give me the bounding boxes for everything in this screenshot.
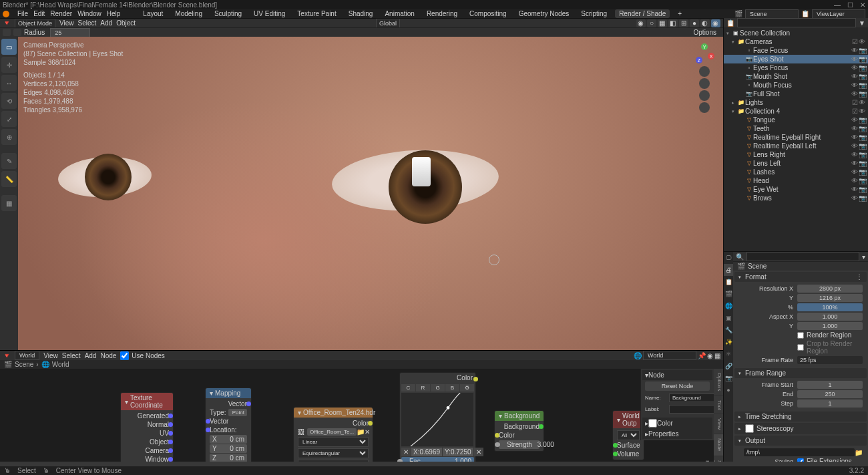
props-search-input[interactable] (746, 252, 859, 261)
menu-file[interactable]: File (17, 10, 28, 17)
ne-overlay-icon[interactable]: ▦ (714, 352, 720, 359)
outliner-row[interactable]: ▽Realtime Eyeball Left👁📷 (724, 142, 868, 150)
use-nodes-checkbox[interactable]: Use Nodes (120, 351, 164, 360)
curve-tab-c[interactable]: C (401, 384, 415, 391)
outliner-row[interactable]: 📷Eyes Shot👁📷 (724, 55, 868, 63)
frame-end-input[interactable]: 250 (797, 390, 863, 398)
outliner-row[interactable]: ▫Mouth Focus👁📷 (724, 81, 868, 90)
shade-rendered-icon[interactable]: ◉ (711, 19, 720, 27)
tab-compositing[interactable]: Compositing (465, 9, 511, 18)
node-world-output[interactable]: ▾World Outp All Surface Volume (612, 410, 644, 460)
res-x-input[interactable]: 2800 px (797, 285, 863, 293)
bc-world[interactable]: World (52, 361, 69, 368)
perspective-icon[interactable] (699, 102, 710, 113)
res-y-input[interactable]: 1216 px (797, 294, 863, 302)
viewport[interactable]: ▭ ✛ ↔ ⟲ ⤢ ⊕ ✎ 📏 ▦ (0, 37, 723, 350)
ptab-render[interactable]: 🖵 (724, 252, 733, 264)
sidetab-view[interactable]: View (714, 414, 723, 434)
curve-tab-b[interactable]: B (445, 384, 459, 391)
overlay-icon[interactable]: ▦ (658, 19, 667, 27)
outliner-row[interactable]: ▽Realtime Eyeball Right👁📷 (724, 133, 868, 142)
orientation-dropdown[interactable]: Global (376, 19, 400, 28)
outliner-row[interactable]: ▾📁Collection 4☑👁 (724, 107, 868, 116)
sidetab-options[interactable]: Options (714, 369, 723, 395)
ptab-viewlayer[interactable]: 📋 (724, 276, 733, 288)
ptab-world[interactable]: 🌐 (724, 300, 733, 312)
tab-sculpting[interactable]: Sculpting (210, 9, 246, 18)
proportional-icon[interactable]: ○ (647, 19, 656, 27)
shade-wireframe-icon[interactable]: ⊞ (679, 19, 688, 27)
node-mapping[interactable]: ▾Mapping Vector Type:Point Vector Locati… (205, 387, 252, 462)
vp-select[interactable]: Select (78, 19, 97, 27)
world-name-input[interactable] (643, 351, 696, 360)
panel-format-header[interactable]: ▾Format⋮ (734, 272, 867, 282)
ptab-data[interactable]: 📷 (724, 372, 733, 384)
node-rgb-curves[interactable]: Color C R G B ⚙ ✕ X:0.6969 Y:0.7250 (399, 372, 476, 462)
tab-geometry-nodes[interactable]: Geometry Nodes (515, 9, 574, 18)
panel-output-header[interactable]: ▾Output (734, 436, 867, 446)
object-mode-dropdown[interactable]: Object Mode (15, 19, 55, 28)
outliner-type-icon[interactable]: 📋 (726, 19, 734, 27)
viewport-canvas[interactable]: Camera Perspective (87) Scene Collection… (18, 37, 723, 350)
outliner-search-input[interactable] (737, 18, 856, 27)
ne-node[interactable]: Node (100, 352, 116, 359)
tool-annotate[interactable]: ✎ (1, 153, 17, 169)
xray-icon[interactable]: ◧ (668, 19, 678, 27)
tool-icon-1[interactable] (3, 29, 11, 36)
axis-x-icon[interactable]: X (708, 53, 714, 59)
panel-time-stretching[interactable]: ▸Time Stretching (734, 412, 867, 422)
menu-help[interactable]: Help (107, 10, 121, 17)
menu-edit[interactable]: Edit (33, 10, 45, 17)
tab-animation[interactable]: Animation (381, 9, 418, 18)
options-label[interactable]: Options (694, 29, 720, 36)
bc-world-icon[interactable]: 🌐 (41, 361, 49, 368)
ne-view[interactable]: View (43, 352, 58, 359)
node-mode-dropdown[interactable]: World (15, 351, 39, 360)
tool-move[interactable]: ↔ (1, 75, 17, 91)
ptab-material[interactable]: ● (724, 384, 733, 396)
tab-layout[interactable]: Layout (139, 9, 167, 18)
zoom-icon[interactable] (699, 66, 710, 77)
outliner[interactable]: ▾▣Scene Collection▾📁Cameras☑👁▫Face Focus… (724, 27, 868, 251)
tool-measure[interactable]: 📏 (1, 171, 17, 187)
tab-uv-editing[interactable]: UV Editing (250, 9, 289, 18)
menu-render[interactable]: Render (50, 10, 72, 17)
outliner-row[interactable]: ▽Brows👁📷 (724, 194, 868, 202)
tab-shading[interactable]: Shading (345, 9, 377, 18)
tool-scale[interactable]: ⤢ (1, 111, 17, 127)
snap-icon[interactable]: ◉ (636, 19, 646, 27)
outliner-filter-icon[interactable]: ▼ (859, 19, 865, 27)
outliner-row[interactable]: ▽Lashes👁📷 (724, 168, 868, 176)
output-path-input[interactable]: /tmp\ (744, 448, 855, 456)
minimize-icon[interactable]: — (834, 1, 841, 9)
panel-frame-range-header[interactable]: ▾Frame Range (734, 368, 867, 378)
curve-canvas[interactable] (401, 393, 473, 446)
ptab-particles[interactable]: ✨ (724, 336, 733, 348)
shade-solid-icon[interactable]: ● (690, 19, 699, 27)
tab-render-shade[interactable]: Render / Shade (615, 9, 670, 18)
tool-rotate[interactable]: ⟲ (1, 93, 17, 109)
tab-modeling[interactable]: Modeling (171, 9, 206, 18)
tab-texture-paint[interactable]: Texture Paint (293, 9, 340, 18)
ptab-modifier[interactable]: 🔧 (724, 324, 733, 336)
tab-add[interactable]: + (674, 9, 686, 18)
reset-node-button[interactable]: Reset Node (645, 381, 710, 391)
node-editor-type-icon[interactable]: 🔻 (3, 352, 11, 359)
tab-scripting[interactable]: Scripting (577, 9, 611, 18)
ne-add[interactable]: Add (85, 352, 97, 359)
ptab-physics[interactable]: ⚛ (724, 348, 733, 360)
tab-rendering[interactable]: Rendering (423, 9, 461, 18)
file-ext-checkbox[interactable]: File Extensions (797, 458, 852, 462)
panel-stereoscopy[interactable]: ▸Stereoscopy (734, 423, 867, 434)
sidetab-node[interactable]: Node (714, 434, 723, 455)
vp-object[interactable]: Object (116, 19, 136, 27)
ptab-output[interactable]: 🖨 (724, 264, 733, 276)
outliner-row[interactable]: ▽Teeth👁📷 (724, 124, 868, 133)
outliner-row[interactable]: ▽Lens Left👁📷 (724, 159, 868, 168)
frame-start-input[interactable]: 1 (797, 381, 863, 389)
frame-step-input[interactable]: 1 (797, 400, 863, 408)
folder-icon[interactable]: 📁 (855, 449, 863, 456)
ne-snap-icon[interactable]: ◉ (707, 352, 713, 359)
crop-region-checkbox[interactable]: Crop to Render Region (797, 340, 863, 355)
aspect-y-input[interactable]: 1.000 (797, 322, 863, 330)
